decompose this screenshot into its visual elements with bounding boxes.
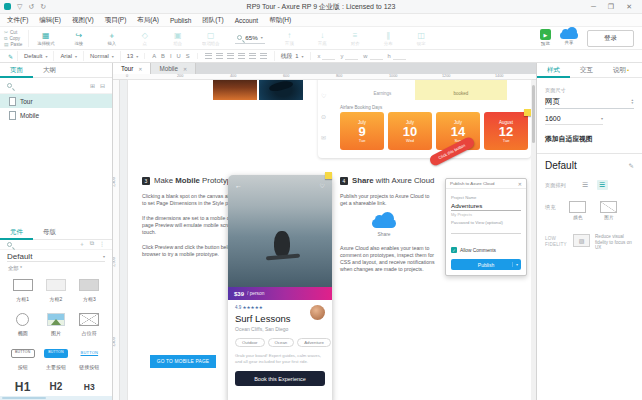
canvas-tab[interactable]: Mobile ✕ (151, 63, 196, 74)
tab-widgets[interactable]: 元件 (0, 225, 33, 240)
font-select[interactable]: Arial▾ (53, 51, 83, 61)
undo-icon[interactable]: ↺ (28, 3, 34, 11)
close-tab-icon[interactable]: ✕ (138, 66, 142, 72)
strikethrough-button[interactable]: S (186, 53, 190, 59)
menu-item[interactable]: 文件(F) (7, 16, 28, 25)
menu-item[interactable]: 项目(P) (105, 16, 127, 25)
tab-pages[interactable]: 页面 (0, 63, 33, 78)
tab-style[interactable]: 样式 (537, 63, 570, 78)
toolbar-button[interactable]: ▦ 选择模式 (29, 31, 62, 46)
more-options-icon[interactable]: ⋮ (99, 240, 105, 249)
toolbar-button[interactable]: ◇ 点 (128, 31, 161, 46)
toolbar-button[interactable]: ◫ 锁定 (405, 31, 438, 46)
toolbar-button[interactable]: ▣ 组合 (161, 31, 194, 46)
fill-image-swatch[interactable] (600, 201, 617, 213)
align-middle-icon[interactable] (249, 53, 256, 59)
toolbar-button[interactable]: ∥ 分布 (372, 31, 405, 46)
clipboard-button[interactable]: ⧉ Copy (4, 36, 22, 41)
zoom-control[interactable]: 65% ▾ (235, 32, 264, 44)
close-tab-icon[interactable]: ✕ (183, 66, 187, 72)
coordinate-input[interactable] (370, 52, 383, 60)
share-button[interactable]: 共享 (560, 29, 578, 45)
widget-item[interactable]: 方框2 (39, 277, 72, 302)
font-weight-select[interactable]: Normal▾ (83, 51, 120, 61)
coordinate-input[interactable] (393, 52, 406, 60)
widget-item[interactable]: 图片 (39, 311, 72, 336)
palm-sunset-photo[interactable] (213, 80, 257, 100)
menu-item[interactable]: Account (235, 17, 259, 24)
align-left-icon[interactable] (205, 53, 212, 59)
align-center-icon[interactable] (216, 53, 223, 59)
page-width-input[interactable]: 1600▾ (545, 112, 603, 125)
tab-masters[interactable]: 母版 (33, 225, 66, 240)
login-button[interactable]: 登录 (587, 30, 634, 47)
toolbar-button[interactable]: ↓ 置底 (306, 31, 339, 46)
whale-photo[interactable] (259, 80, 303, 100)
artboard[interactable]: ♡⊙✉ Earnings booked Airfare Booking Days… (128, 80, 531, 400)
toolbar-button[interactable]: ▢ 取消组合 (194, 31, 227, 46)
coordinate-input[interactable] (322, 52, 335, 60)
menu-item[interactable]: 视图(V) (72, 16, 94, 25)
widget-item[interactable]: 方框1 (6, 277, 39, 302)
maximize-button[interactable]: ❐ (608, 3, 614, 11)
edit-style-icon[interactable]: ✎ (629, 162, 634, 170)
date-tile[interactable]: August 12 Tue (484, 112, 528, 150)
add-page-icon[interactable]: ⊞ (90, 82, 95, 89)
booking-card[interactable]: ♡⊙✉ Earnings booked Airfare Booking Days… (318, 80, 531, 158)
save-icon[interactable]: ▽ (17, 3, 22, 11)
align-top-icon[interactable] (238, 53, 245, 59)
date-tile[interactable]: July 10 Wed (388, 112, 432, 150)
toolbar-button[interactable]: ↑ 置顶 (273, 31, 306, 46)
widget-item[interactable]: BUTTON 主要按钮 (39, 345, 72, 370)
close-button[interactable]: ✕ (626, 3, 632, 11)
widget-item[interactable]: 占位符 (73, 311, 106, 336)
tab-notes[interactable]: 说明• (603, 63, 639, 78)
low-fidelity-toggle[interactable]: ▨ (573, 234, 590, 247)
tab-interactions[interactable]: 交互 (570, 63, 603, 78)
menu-item[interactable]: Publish (170, 17, 191, 24)
menu-item[interactable]: 团队(T) (202, 16, 223, 25)
toolbar-button[interactable]: ↪ 连接 (62, 31, 95, 46)
publish-dialog[interactable]: Publish to Axure Cloud ✕ Project Name Ad… (445, 178, 527, 276)
page-size-select[interactable]: 网页 ▲▼ (545, 96, 634, 109)
line-width-select[interactable]: 线段1▾ (274, 51, 310, 61)
date-tile[interactable]: July 9 Tue (340, 112, 384, 150)
bold-button[interactable]: B (161, 53, 165, 59)
page-tree-item[interactable]: Mobile (0, 108, 112, 122)
add-adaptive-views-link[interactable]: 添加自适应视图 (545, 134, 634, 144)
toolbar-button[interactable]: ＋ 插入 (95, 31, 128, 46)
canvas-area[interactable]: Tour ✕ Mobile ✕ 020040060080010001200140… (113, 63, 536, 400)
publish-button[interactable]: Publish ▾ (451, 259, 521, 270)
library-select[interactable]: Default▾ (7, 252, 105, 262)
add-library-icon[interactable]: ＋ (79, 240, 85, 249)
coordinate-input[interactable] (345, 52, 358, 60)
page-tree-item[interactable]: Tour (0, 94, 112, 108)
horizontal-scrollbar[interactable] (0, 396, 112, 400)
widget-item[interactable]: 椭圆 (6, 311, 39, 336)
menu-item[interactable]: 布局(A) (137, 16, 159, 25)
go-to-mobile-button[interactable]: GO TO MOBILE PAGE (150, 355, 216, 368)
canvas-tab[interactable]: Tour ✕ (113, 63, 151, 74)
add-folder-icon[interactable]: ⊟ (100, 82, 105, 89)
preview-button[interactable]: ▶ 预览 (540, 29, 551, 46)
tab-outline[interactable]: 大纲 (33, 63, 66, 78)
widget-item[interactable]: BUTTON 链接按钮 (73, 345, 106, 370)
clipboard-button[interactable]: ✂ Cut (4, 30, 22, 35)
align-right-icon[interactable] (227, 53, 234, 59)
library-folder-icon[interactable]: ⧉ (90, 240, 94, 249)
widget-style-select[interactable]: Default▾ (17, 51, 53, 61)
toolbar-button[interactable]: ≡ 对齐 (339, 31, 372, 46)
menu-item[interactable]: 编辑(E) (39, 16, 61, 25)
fill-color-swatch[interactable] (569, 201, 586, 213)
page-align-center-icon[interactable]: ☰ (597, 180, 608, 190)
italic-button[interactable]: I (170, 53, 172, 59)
book-experience-button[interactable]: Book this Experience (235, 371, 325, 386)
font-color-button[interactable]: A (152, 53, 156, 59)
align-bottom-icon[interactable] (260, 53, 267, 59)
menu-item[interactable]: 帮助(H) (269, 16, 291, 25)
clipboard-button[interactable]: ▤ Paste (4, 42, 22, 47)
style-edit-icon[interactable]: ✎ (4, 53, 17, 60)
page-align-left-icon[interactable]: ☰ (580, 180, 591, 190)
font-size-select[interactable]: 13▾ (120, 51, 144, 61)
widget-item[interactable]: 方框3 (73, 277, 106, 302)
